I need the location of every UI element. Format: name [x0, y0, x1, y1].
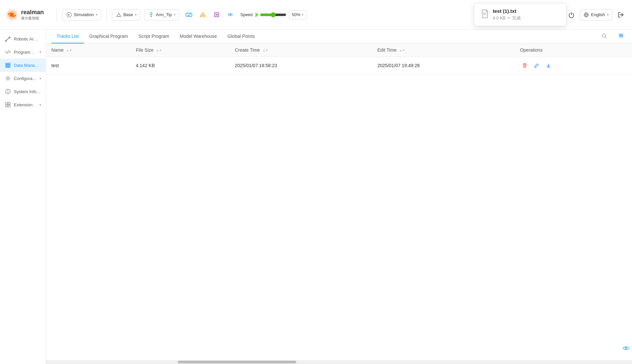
notif-sub: 4.0 KB • 完成 [493, 15, 521, 21]
arm-tip-group: Arm_Tip ▾ [144, 9, 179, 20]
download-button[interactable] [544, 61, 553, 70]
language-select[interactable]: English ▾ [580, 9, 612, 20]
sidebar-label-programming: Programming [14, 50, 37, 55]
eye-button[interactable] [620, 342, 632, 354]
cell-operations [515, 57, 632, 74]
table-header-row: Name ▲▼ File Size ▲▼ Create Time ▲▼ [46, 43, 632, 57]
horizontal-scrollbar[interactable] [46, 360, 632, 364]
arm-tip-chevron: ▾ [174, 13, 175, 16]
sidebar-item-programming[interactable]: Programming ▾ [0, 45, 46, 59]
content-area: Tracks List Graphical Program Script Pro… [46, 30, 632, 364]
sidebar-label-system-info: System Informat... [14, 89, 41, 94]
simulation-select[interactable]: Simulation ▾ [62, 9, 101, 20]
svg-point-9 [230, 14, 231, 15]
speed-label: Speed [240, 12, 253, 17]
svg-rect-26 [622, 34, 623, 38]
svg-rect-23 [6, 105, 8, 107]
arm-tip-select[interactable]: Arm_Tip ▾ [144, 9, 179, 20]
base-chevron: ▾ [135, 13, 137, 16]
base-label: Base [123, 12, 133, 17]
logo: realman 睿尔曼智能 [5, 8, 51, 21]
table-row: test 4.142 KB 2025/01/07 18:58:23 2025/0… [46, 57, 632, 74]
svg-marker-10 [255, 12, 259, 17]
sidebar-item-data-management[interactable]: Data Management [0, 59, 46, 72]
sidebar-item-robotic-arm[interactable]: Robotic Arm Tea... [0, 32, 46, 45]
tool-icon-4[interactable] [224, 9, 236, 21]
tool-icon-2[interactable] [197, 9, 209, 21]
base-group: Base ▾ [112, 9, 141, 20]
collapse-panel-button[interactable] [615, 30, 627, 41]
svg-rect-17 [6, 66, 10, 67]
speed-slider-wrap [255, 12, 286, 17]
speed-percent[interactable]: 50% ▾ [289, 10, 306, 19]
cell-file-size: 4.142 KB [131, 57, 230, 74]
table-wrap: Name ▲▼ File Size ▲▼ Create Time ▲▼ [46, 43, 632, 360]
simulation-icon [66, 12, 72, 18]
sidebar-label-data-management: Data Management [14, 63, 41, 68]
sidebar-item-extension[interactable]: Extension ▾ [0, 98, 46, 111]
programming-expand-icon: ▾ [40, 50, 41, 54]
header-divider-1 [57, 8, 57, 21]
svg-rect-21 [6, 102, 8, 104]
tab-tracks-list[interactable]: Tracks List [51, 30, 84, 43]
language-label: English [591, 12, 605, 17]
tab-model-warehouse[interactable]: Model Warehouse [174, 30, 222, 43]
extension-icon [5, 101, 11, 108]
language-chevron: ▾ [607, 13, 609, 16]
speed-group: Speed 50% ▾ [240, 10, 306, 19]
tab-graphical-program[interactable]: Graphical Program [84, 30, 133, 43]
notif-status: 完成 [512, 15, 521, 20]
simulation-label: Simulation [74, 12, 94, 17]
svg-point-8 [203, 15, 205, 17]
logo-icon [5, 8, 18, 21]
simulation-group: Simulation ▾ [62, 9, 101, 20]
svg-rect-22 [8, 102, 10, 104]
extension-expand-icon: ▾ [40, 103, 41, 107]
edit-button[interactable] [532, 61, 541, 70]
arm-tip-label: Arm_Tip [156, 12, 172, 17]
sidebar-item-configuration[interactable]: Configuration ▾ [0, 72, 46, 85]
logout-button[interactable] [615, 9, 627, 21]
tab-global-points[interactable]: Global Points [222, 30, 260, 43]
notif-title: test (1).txt [493, 8, 521, 14]
sidebar-label-configuration: Configuration [14, 76, 37, 81]
svg-point-4 [150, 13, 152, 14]
scrollbar-thumb [178, 361, 296, 363]
tool-icons-group [183, 9, 236, 21]
tab-script-program[interactable]: Script Program [133, 30, 174, 43]
programming-icon [5, 49, 11, 55]
data-table: Name ▲▼ File Size ▲▼ Create Time ▲▼ [46, 43, 632, 74]
cell-edit-time: 2025/01/07 19:49:28 [372, 57, 515, 74]
tool-icon-3[interactable] [211, 9, 223, 21]
sidebar-label-robotic-arm: Robotic Arm Tea... [14, 37, 41, 41]
base-icon [116, 12, 122, 18]
arm-tip-icon [148, 12, 154, 18]
configuration-icon [5, 75, 11, 82]
sort-createtime-icon: ▲▼ [263, 49, 269, 52]
svg-rect-15 [6, 63, 10, 64]
svg-rect-16 [6, 65, 10, 66]
search-button[interactable] [602, 33, 607, 40]
tabs-bar: Tracks List Graphical Program Script Pro… [46, 30, 632, 43]
notif-file-icon [481, 9, 489, 20]
operations-group [520, 61, 627, 70]
configuration-expand-icon: ▾ [40, 77, 41, 80]
cell-name: test [46, 57, 131, 74]
delete-button[interactable] [520, 61, 529, 70]
simulation-chevron: ▾ [96, 13, 97, 16]
main-body: Robotic Arm Tea... Programming ▾ [0, 30, 632, 364]
system-info-icon [5, 88, 11, 95]
logo-text: realman 睿尔曼智能 [21, 9, 44, 20]
power-button[interactable] [566, 9, 577, 21]
notification-popup: test (1).txt 4.0 KB • 完成 [474, 3, 566, 26]
sort-edittime-icon: ▲▼ [399, 49, 405, 52]
sidebar: Robotic Arm Tea... Programming ▾ [0, 30, 46, 364]
tool-icon-1[interactable] [183, 9, 195, 21]
th-operations: Operations [515, 43, 632, 57]
speed-slider[interactable] [260, 12, 286, 17]
sidebar-item-system-info[interactable]: System Informat... [0, 85, 46, 98]
base-select[interactable]: Base ▾ [112, 9, 141, 20]
search-wrap [596, 30, 612, 43]
svg-point-28 [626, 348, 626, 349]
sort-filesize-icon: ▲▼ [156, 49, 162, 52]
